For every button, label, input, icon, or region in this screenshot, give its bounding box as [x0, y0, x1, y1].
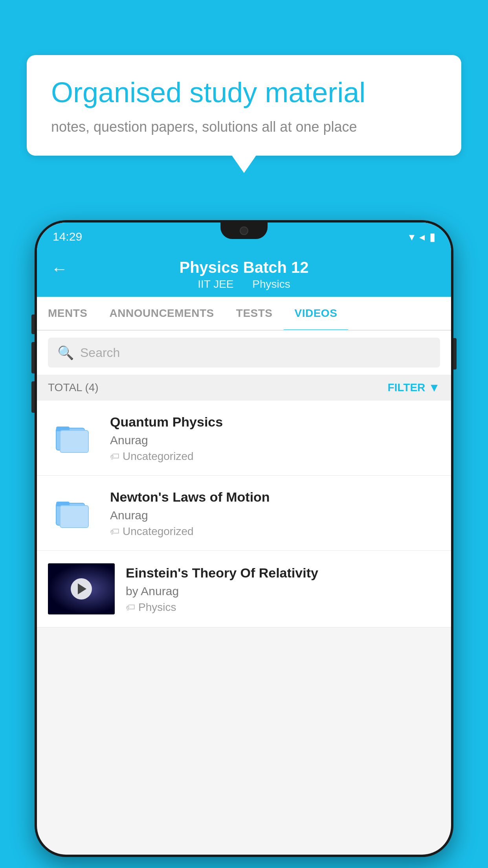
speech-bubble-subtitle: notes, question papers, solutions all at… [51, 119, 437, 135]
filter-label: FILTER [387, 381, 425, 394]
phone-frame: 14:29 ▾ ◂ ▮ ← Physics Batch 12 IIT JEE P… [35, 220, 453, 857]
wifi-icon: ▾ [409, 230, 415, 243]
subtitle-iit: IIT JEE [198, 278, 233, 290]
list-item[interactable]: Newton's Laws of Motion Anurag 🏷 Uncateg… [37, 476, 451, 551]
video-author: by Anurag [126, 585, 440, 598]
video-info: Quantum Physics Anurag 🏷 Uncategorized [110, 413, 440, 463]
search-box[interactable]: 🔍 Search [48, 338, 440, 368]
signal-icon: ◂ [419, 230, 425, 243]
speech-bubble-container: Organised study material notes, question… [27, 55, 461, 156]
search-icon: 🔍 [57, 345, 74, 360]
tag-icon: 🏷 [126, 602, 135, 613]
video-author: Anurag [110, 434, 440, 447]
tag-icon: 🏷 [110, 451, 119, 462]
tabs-bar: MENTS ANNOUNCEMENTS TESTS VIDEOS [37, 297, 451, 331]
video-title: Einstein's Theory Of Relativity [126, 564, 440, 581]
tab-announcements[interactable]: ANNOUNCEMENTS [99, 297, 225, 330]
filter-icon: ▼ [428, 381, 440, 394]
status-time: 14:29 [53, 230, 82, 243]
video-title: Newton's Laws of Motion [110, 488, 440, 506]
tab-tests[interactable]: TESTS [225, 297, 284, 330]
tag-label: Uncategorized [123, 450, 194, 463]
header-subtitle: IIT JEE Physics [194, 278, 294, 291]
volume-up-button [31, 342, 35, 373]
search-input[interactable]: Search [80, 346, 120, 360]
volume-silent-button [31, 314, 35, 334]
video-info: Einstein's Theory Of Relativity by Anura… [126, 564, 440, 614]
notch [220, 223, 268, 239]
volume-down-button [31, 381, 35, 413]
tag-label: Uncategorized [123, 525, 194, 538]
phone-screen: 14:29 ▾ ◂ ▮ ← Physics Batch 12 IIT JEE P… [37, 223, 451, 855]
video-thumbnail [48, 563, 115, 614]
video-title: Quantum Physics [110, 413, 440, 430]
tab-ments[interactable]: MENTS [37, 297, 99, 330]
folder-thumbnail [48, 418, 99, 458]
filter-button[interactable]: FILTER ▼ [387, 381, 440, 394]
subtitle-subject: Physics [252, 278, 290, 290]
battery-icon: ▮ [429, 230, 435, 243]
total-label: TOTAL (4) [48, 381, 99, 394]
folder-thumbnail [48, 493, 99, 533]
video-author: Anurag [110, 509, 440, 522]
video-tag: 🏷 Physics [126, 601, 440, 614]
list-item[interactable]: Quantum Physics Anurag 🏷 Uncategorized [37, 401, 451, 476]
svg-rect-5 [60, 506, 88, 528]
video-tag: 🏷 Uncategorized [110, 525, 440, 538]
tag-icon: 🏷 [110, 526, 119, 537]
svg-rect-2 [60, 430, 88, 452]
filter-bar: TOTAL (4) FILTER ▼ [37, 375, 451, 401]
status-icons: ▾ ◂ ▮ [409, 230, 435, 243]
back-button[interactable]: ← [51, 259, 68, 278]
app-header: ← Physics Batch 12 IIT JEE Physics [37, 251, 451, 297]
page-title: Physics Batch 12 [179, 259, 308, 276]
speech-bubble-title: Organised study material [51, 75, 437, 109]
video-list: Quantum Physics Anurag 🏷 Uncategorized [37, 401, 451, 627]
status-bar: 14:29 ▾ ◂ ▮ [37, 223, 451, 251]
video-info: Newton's Laws of Motion Anurag 🏷 Uncateg… [110, 488, 440, 538]
play-button[interactable] [71, 578, 92, 600]
list-item[interactable]: Einstein's Theory Of Relativity by Anura… [37, 551, 451, 627]
camera [240, 226, 248, 235]
power-button [453, 338, 457, 370]
tag-label: Physics [138, 601, 176, 614]
search-container: 🔍 Search [37, 331, 451, 375]
video-tag: 🏷 Uncategorized [110, 450, 440, 463]
tab-videos[interactable]: VIDEOS [284, 297, 349, 330]
speech-bubble: Organised study material notes, question… [27, 55, 461, 156]
